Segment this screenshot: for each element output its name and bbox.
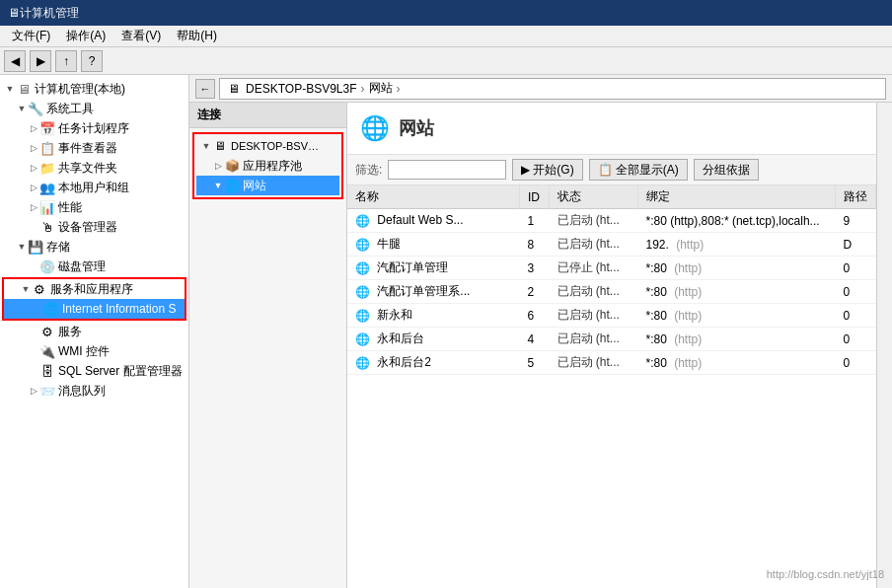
sidebar-services[interactable]: ⚙ 服务	[0, 322, 188, 341]
nav-back[interactable]: ←	[195, 79, 215, 99]
iis-sites[interactable]: ▼ 🌐 网站	[196, 176, 339, 195]
iis-server-label: DESKTOP-BSV9L3F	[231, 140, 320, 152]
sidebar-mq[interactable]: ▷ 📨 消息队列	[0, 381, 188, 401]
row5-binding: *:80 (http)	[638, 304, 836, 328]
sidebar-services-apps[interactable]: ▼ ⚙ 服务和应用程序	[4, 279, 185, 299]
sidebar-storage[interactable]: ▼ 💾 存储	[0, 237, 188, 257]
row6-status: 已启动 (ht...	[550, 328, 638, 351]
perf-icon: 📊	[39, 199, 55, 215]
table-row[interactable]: 🌐 牛腿 8 已启动 (ht... 192. (http) D	[347, 233, 876, 257]
sidebar-iis-label: Internet Information S	[62, 302, 176, 316]
row4-status: 已启动 (ht...	[550, 280, 638, 304]
row5-id: 6	[520, 304, 550, 328]
iis-expand-pools: ▷	[212, 160, 224, 172]
site-globe-icon-3: 🌐	[355, 261, 370, 275]
row2-path: D	[836, 233, 876, 257]
iis-pools-label: 应用程序池	[243, 158, 302, 175]
col-path[interactable]: 路径	[836, 185, 876, 209]
menu-bar: 文件(F) 操作(A) 查看(V) 帮助(H)	[0, 26, 892, 47]
row1-name: 🌐 Default Web S...	[347, 209, 520, 233]
table-row[interactable]: 🌐 永和后台2 5 已启动 (ht... *:80 (http) 0	[347, 351, 876, 375]
sidebar-wmi[interactable]: 🔌 WMI 控件	[0, 341, 188, 361]
iis-apppools[interactable]: ▷ 📦 应用程序池	[196, 156, 339, 176]
event-icon: 📋	[39, 140, 55, 156]
table-row[interactable]: 🌐 新永和 6 已启动 (ht... *:80 (http) 0	[347, 304, 876, 328]
address-path: 🖥 DESKTOP-BSV9L3F › 网站 ›	[219, 78, 886, 100]
col-id[interactable]: ID	[520, 185, 550, 209]
expand-perf: ▷	[28, 201, 39, 213]
filter-showall-btn[interactable]: 📋 全部显示(A)	[589, 159, 688, 181]
sidebar-shared-folders[interactable]: ▷ 📁 共享文件夹	[0, 158, 188, 178]
sidebar-device-manager[interactable]: 🖱 设备管理器	[0, 217, 188, 237]
filter-input[interactable]	[388, 160, 506, 180]
sql-icon: 🗄	[39, 363, 55, 379]
sidebar-tree: ▼ 🖥 计算机管理(本地) ▼ 🔧 系统工具 ▷ 📅 任务计划程序 ▷ 📋 事件…	[0, 75, 188, 404]
sidebar-event-viewer[interactable]: ▷ 📋 事件查看器	[0, 138, 188, 158]
path-sep2: ›	[397, 82, 401, 96]
table-row[interactable]: 🌐 永和后台 4 已启动 (ht... *:80 (http) 0	[347, 328, 876, 351]
row7-status: 已启动 (ht...	[550, 351, 638, 375]
filter-group-btn[interactable]: 分组依据	[694, 159, 759, 181]
page-header: 🌐 网站	[347, 103, 876, 155]
sidebar-disk-label: 磁盘管理	[58, 258, 106, 275]
menu-action[interactable]: 操作(A)	[58, 26, 113, 46]
main-layout: ▼ 🖥 计算机管理(本地) ▼ 🔧 系统工具 ▷ 📅 任务计划程序 ▷ 📋 事件…	[0, 75, 892, 588]
row4-path: 0	[836, 280, 876, 304]
row7-name: 🌐 永和后台2	[347, 351, 520, 375]
table-row[interactable]: 🌐 汽配订单管理系... 2 已启动 (ht... *:80 (http) 0	[347, 280, 876, 304]
row3-id: 3	[520, 257, 550, 280]
iis-sites-label: 网站	[243, 178, 266, 194]
sites-table: 名称 ID 状态 绑定 路径 🌐	[347, 185, 876, 588]
row5-path: 0	[836, 304, 876, 328]
toolbar-back[interactable]: ◀	[4, 50, 26, 72]
path-sep1: ›	[361, 82, 365, 96]
sidebar-local-users[interactable]: ▷ 👥 本地用户和组	[0, 178, 188, 197]
row5-name: 🌐 新永和	[347, 304, 520, 328]
task-icon: 📅	[39, 120, 55, 136]
play-icon: ▶	[521, 163, 530, 177]
menu-file[interactable]: 文件(F)	[4, 26, 58, 46]
menu-help[interactable]: 帮助(H)	[169, 26, 225, 46]
sidebar-system-tools[interactable]: ▼ 🔧 系统工具	[0, 99, 188, 118]
iis-server-root[interactable]: ▼ 🖥 DESKTOP-BSV9L3F	[196, 136, 339, 156]
toolbar-help[interactable]: ?	[81, 50, 103, 72]
sidebar-disk-mgmt[interactable]: 💿 磁盘管理	[0, 257, 188, 276]
col-name[interactable]: 名称	[347, 185, 520, 209]
expand-system: ▼	[16, 103, 28, 114]
col-status[interactable]: 状态	[550, 185, 638, 209]
sidebar-shared-label: 共享文件夹	[58, 160, 117, 177]
row7-id: 5	[520, 351, 550, 375]
sidebar-task-label: 任务计划程序	[58, 120, 129, 137]
toolbar-up[interactable]: ↑	[55, 50, 77, 72]
filter-start-btn[interactable]: ▶ 开始(G)	[512, 159, 582, 181]
sites-data-table: 名称 ID 状态 绑定 路径 🌐	[347, 185, 876, 375]
expand-iis	[32, 303, 43, 315]
sidebar-root[interactable]: ▼ 🖥 计算机管理(本地)	[0, 79, 188, 99]
sidebar-iis[interactable]: 🌐 Internet Information S	[4, 299, 185, 319]
expand-device	[28, 221, 39, 233]
toolbar: ◀ ▶ ↑ ?	[0, 47, 892, 75]
table-row[interactable]: 🌐 Default Web S... 1 已启动 (ht... *:80 (ht…	[347, 209, 876, 233]
disk-icon: 💿	[39, 258, 55, 274]
path-server: DESKTOP-BSV9L3F	[246, 82, 357, 96]
center-panel: 🌐 网站 筛选: ▶ 开始(G) 📋 全部显示(A)	[347, 103, 876, 588]
title-bar: 🖥 计算机管理	[0, 0, 892, 26]
start-label: 开始(G)	[533, 162, 573, 179]
expand-mq: ▷	[28, 385, 39, 397]
iis-pools-icon: 📦	[224, 158, 240, 174]
showall-icon: 📋	[598, 163, 613, 177]
sidebar-task-scheduler[interactable]: ▷ 📅 任务计划程序	[0, 118, 188, 138]
device-icon: 🖱	[39, 219, 55, 235]
sidebar-performance[interactable]: ▷ 📊 性能	[0, 197, 188, 217]
sidebar-sql[interactable]: 🗄 SQL Server 配置管理器	[0, 361, 188, 381]
row6-path: 0	[836, 328, 876, 351]
toolbar-forward[interactable]: ▶	[30, 50, 51, 72]
col-binding[interactable]: 绑定	[638, 185, 836, 209]
sidebar-root-label: 计算机管理(本地)	[35, 81, 125, 98]
services-section-box: ▼ ⚙ 服务和应用程序 🌐 Internet Information S	[2, 277, 186, 321]
row2-binding: 192. (http)	[638, 233, 836, 257]
menu-view[interactable]: 查看(V)	[113, 26, 169, 46]
row1-id: 1	[520, 209, 550, 233]
iis-server-icon: 🖥	[212, 138, 228, 154]
table-row[interactable]: 🌐 汽配订单管理 3 已停止 (ht... *:80 (http) 0	[347, 257, 876, 280]
